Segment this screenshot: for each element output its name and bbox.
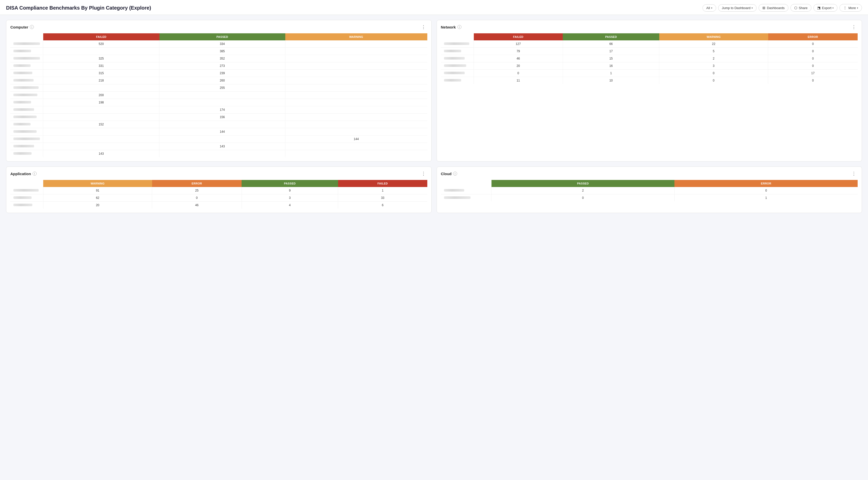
table-row: 79 17 5 0 — [441, 48, 858, 55]
row-label — [10, 106, 43, 113]
row-label — [10, 121, 43, 128]
cell-failed: 325 — [43, 55, 159, 62]
cell-passed: 352 — [159, 55, 285, 62]
cell-passed: 156 — [159, 113, 285, 121]
chevron-down-icon: ▾ — [857, 6, 858, 9]
table-row: 174 — [10, 106, 427, 113]
computer-info-icon[interactable]: i — [30, 25, 34, 29]
row-label — [10, 194, 43, 202]
application-info-icon[interactable]: i — [33, 172, 37, 176]
computer-table-body: 520 334 385 325 352 331 273 315 239 218 — [10, 40, 427, 157]
table-row: 325 352 — [10, 55, 427, 62]
row-label — [441, 62, 474, 70]
computer-table-header-row: FAILED PASSED WARNING — [10, 33, 427, 40]
cell-passed: 273 — [159, 62, 285, 70]
cell-failed: 46 — [474, 55, 563, 62]
row-label — [441, 55, 474, 62]
cloud-table: PASSED ERROR 2 0 0 1 — [441, 180, 858, 201]
table-row: 20 46 4 6 — [10, 202, 427, 209]
cell-error: 1 — [675, 194, 858, 202]
cell-failed: 6 — [338, 202, 427, 209]
network-col-failed: FAILED — [474, 33, 563, 40]
computer-panel-header: Computer i ⋮ — [10, 24, 427, 30]
jump-to-dashboard-button[interactable]: Jump to Dashboard ▾ — [718, 4, 756, 11]
table-row: 144 — [10, 136, 427, 143]
cell-warning — [285, 143, 427, 150]
table-row: 127 66 22 0 — [441, 40, 858, 48]
application-more-button[interactable]: ⋮ — [420, 171, 427, 176]
network-table-wrapper: FAILED PASSED WARNING ERROR 127 66 22 0 … — [441, 33, 858, 84]
cell-passed: 0 — [492, 194, 675, 202]
table-row: 315 239 — [10, 70, 427, 77]
cell-error: 0 — [768, 48, 858, 55]
cell-failed: 198 — [43, 99, 159, 106]
cell-warning: 22 — [659, 40, 768, 48]
cell-warning: 0 — [659, 70, 768, 77]
application-col-failed: FAILED — [338, 180, 427, 187]
share-button[interactable]: ⬡ Share — [790, 4, 811, 11]
dashboards-button[interactable]: ⊞ Dashboards — [758, 4, 788, 11]
computer-panel-title: Computer i — [10, 25, 34, 29]
cloud-col-error: ERROR — [675, 180, 858, 187]
cell-failed: 315 — [43, 70, 159, 77]
table-row: 200 — [10, 92, 427, 99]
table-row: 331 273 — [10, 62, 427, 70]
cell-passed — [159, 99, 285, 106]
table-row: 156 — [10, 113, 427, 121]
cell-error: 0 — [152, 194, 242, 202]
export-button[interactable]: ⬔ Export ▾ — [813, 4, 838, 11]
application-table-header-row: WARNING ERROR PASSED FAILED — [10, 180, 427, 187]
all-filter-button[interactable]: All ▾ — [703, 4, 716, 11]
cell-warning — [285, 48, 427, 55]
cell-failed: 520 — [43, 40, 159, 48]
cell-warning — [285, 62, 427, 70]
computer-more-button[interactable]: ⋮ — [420, 24, 427, 30]
cell-passed: 9 — [242, 187, 338, 194]
cell-error: 0 — [675, 187, 858, 194]
network-table-body: 127 66 22 0 79 17 5 0 46 15 2 0 20 16 3 … — [441, 40, 858, 84]
cell-failed: 11 — [474, 77, 563, 84]
computer-col-passed: PASSED — [159, 33, 285, 40]
cell-passed: 3 — [242, 194, 338, 202]
chevron-down-icon: ▾ — [751, 6, 753, 9]
table-row: 143 — [10, 150, 427, 158]
cell-failed — [43, 106, 159, 113]
cell-passed — [159, 92, 285, 99]
dashboards-icon: ⊞ — [763, 6, 766, 10]
cell-passed: 255 — [159, 84, 285, 92]
row-label — [441, 40, 474, 48]
cloud-more-button[interactable]: ⋮ — [850, 171, 858, 176]
cell-failed — [43, 128, 159, 136]
jump-label: Jump to Dashboard — [722, 6, 750, 10]
table-row: 152 — [10, 121, 427, 128]
cell-error: 46 — [152, 202, 242, 209]
row-label — [10, 202, 43, 209]
application-col-warning: WARNING — [43, 180, 152, 187]
network-col-warning: WARNING — [659, 33, 768, 40]
table-row: 2 0 — [441, 187, 858, 194]
more-button[interactable]: ⋮ More ▾ — [839, 4, 862, 11]
cell-failed: 200 — [43, 92, 159, 99]
computer-table: FAILED PASSED WARNING 520 334 385 325 35… — [10, 33, 427, 157]
cell-passed: 15 — [563, 55, 659, 62]
cell-error: 0 — [768, 40, 858, 48]
cell-passed: 260 — [159, 77, 285, 84]
cloud-info-icon[interactable]: i — [453, 172, 457, 176]
application-table-body: 91 25 9 1 62 0 3 33 20 46 4 6 — [10, 187, 427, 209]
row-label — [10, 55, 43, 62]
row-label — [10, 150, 43, 158]
cell-passed: 16 — [563, 62, 659, 70]
row-label — [441, 48, 474, 55]
cell-warning — [285, 106, 427, 113]
network-more-button[interactable]: ⋮ — [850, 24, 858, 30]
cloud-table-wrapper: PASSED ERROR 2 0 0 1 — [441, 180, 858, 201]
application-table: WARNING ERROR PASSED FAILED 91 25 9 1 62… — [10, 180, 427, 209]
cell-warning: 20 — [43, 202, 152, 209]
cell-passed: 1 — [563, 70, 659, 77]
cell-passed: 239 — [159, 70, 285, 77]
network-info-icon[interactable]: i — [457, 25, 461, 29]
row-label — [10, 128, 43, 136]
chevron-down-icon: ▾ — [832, 6, 834, 9]
cloud-table-body: 2 0 0 1 — [441, 187, 858, 201]
row-label — [441, 77, 474, 84]
